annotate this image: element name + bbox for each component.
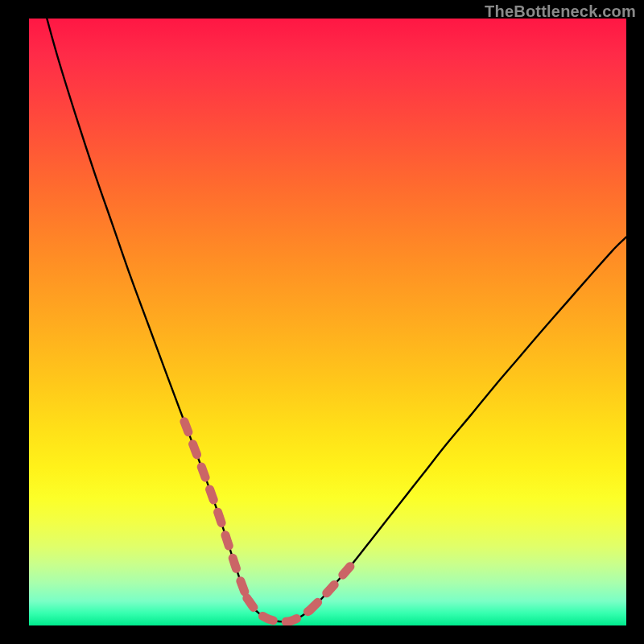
plot-area: [29, 19, 626, 625]
highlight-segments: [184, 422, 352, 622]
highlight-segment-2: [310, 565, 352, 611]
highlight-segment-0: [184, 422, 247, 598]
chart-stage: TheBottleneck.com: [0, 0, 644, 644]
chart-svg: [29, 19, 626, 625]
highlight-segment-1: [247, 598, 310, 621]
bottleneck-curve: [47, 19, 626, 621]
watermark-text: TheBottleneck.com: [485, 2, 636, 21]
